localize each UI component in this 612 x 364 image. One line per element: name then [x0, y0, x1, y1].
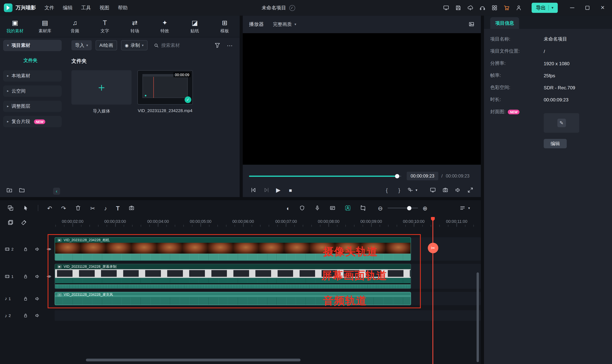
lock-icon[interactable]: [23, 274, 28, 279]
tab-stock-media[interactable]: ▤素材库: [30, 19, 60, 34]
zoom-slider[interactable]: [387, 208, 418, 208]
clip-thumbnail[interactable]: 00:00:09 ✓: [137, 70, 193, 105]
sidebar-item-local-media[interactable]: ▸本地素材: [3, 70, 62, 81]
zoom-knob[interactable]: [407, 206, 411, 210]
sidebar-item-folder[interactable]: 文件夹: [3, 55, 62, 66]
track-manager-icon[interactable]: [459, 205, 466, 211]
chevron-down-icon[interactable]: ▾: [468, 206, 470, 210]
mute-speaker-icon[interactable]: [35, 313, 40, 318]
crop-ratio-icon[interactable]: [407, 184, 414, 196]
sidebar-item-adjustment-layer[interactable]: ▸调整图层: [3, 101, 62, 112]
cloud-upload-icon[interactable]: [467, 5, 473, 11]
tab-audio[interactable]: ♫音频: [60, 19, 90, 34]
lock-icon[interactable]: [23, 246, 28, 251]
mark-out-button[interactable]: }: [397, 184, 402, 196]
playhead-line[interactable]: [432, 217, 433, 364]
plugins-grid-icon[interactable]: [492, 5, 498, 11]
search-input[interactable]: [161, 42, 204, 48]
snapshot-camera-icon[interactable]: [442, 184, 449, 196]
lock-icon[interactable]: [23, 313, 28, 318]
progress-knob[interactable]: [395, 174, 399, 178]
vertical-scrollbar[interactable]: [477, 272, 479, 362]
mark-in-button[interactable]: {: [384, 184, 390, 196]
zoom-out-icon[interactable]: ⊖: [378, 205, 383, 211]
edit-cover-pencil-icon[interactable]: ✎: [557, 118, 566, 127]
tab-my-media[interactable]: ▣我的素材: [0, 19, 30, 34]
tab-transitions[interactable]: ⇄转场: [120, 19, 150, 34]
snapshot-image-icon[interactable]: [468, 21, 475, 27]
skip-to-start-button[interactable]: [250, 184, 257, 196]
filter-icon[interactable]: [214, 42, 221, 48]
mute-speaker-icon[interactable]: [35, 296, 40, 301]
record-button[interactable]: ◉录制▾: [121, 40, 147, 50]
lock-icon[interactable]: [23, 296, 28, 301]
new-folder-icon[interactable]: [6, 187, 13, 193]
sidebar-item-project-media[interactable]: ▾项目素材: [3, 40, 62, 51]
hide-eye-icon[interactable]: [47, 274, 52, 279]
horizontal-scrollbar[interactable]: [86, 359, 300, 361]
text-tool-icon[interactable]: T: [116, 205, 119, 211]
video-preview[interactable]: [243, 33, 481, 165]
collapse-sidebar-button[interactable]: ‹: [53, 188, 60, 195]
import-button[interactable]: 导入▾: [71, 40, 91, 50]
split-scissors-icon[interactable]: ✂: [90, 205, 95, 211]
minimize-button[interactable]: [567, 3, 577, 13]
razor-tool-icon[interactable]: [21, 219, 27, 226]
maximize-button[interactable]: [583, 3, 592, 13]
close-button[interactable]: ×: [598, 3, 607, 13]
tab-stickers[interactable]: ◪贴纸: [180, 19, 210, 34]
tab-project-info[interactable]: 项目信息: [490, 17, 519, 29]
support-headset-icon[interactable]: [479, 5, 485, 11]
tab-text[interactable]: T文字: [90, 19, 120, 34]
cut-scissors-badge[interactable]: ✂: [428, 243, 438, 253]
freeze-frame-icon[interactable]: [129, 205, 135, 211]
import-media-tile[interactable]: ＋ 导入媒体: [71, 70, 131, 114]
edit-cover-button[interactable]: 编辑: [544, 139, 567, 148]
audio-keyframe-icon[interactable]: ♪: [104, 205, 107, 211]
account-icon[interactable]: [516, 5, 522, 11]
menu-file[interactable]: 文件: [45, 4, 54, 11]
zoom-in-icon[interactable]: ⊕: [423, 205, 428, 211]
auto-reframe-icon[interactable]: [360, 205, 366, 211]
stop-button[interactable]: ■: [287, 184, 294, 196]
store-cart-icon[interactable]: [504, 5, 510, 11]
play-button[interactable]: ▶: [275, 184, 282, 196]
render-preview-icon[interactable]: ◐: [286, 205, 290, 211]
menu-help[interactable]: 帮助: [118, 4, 128, 11]
volume-icon[interactable]: [454, 184, 461, 196]
folder-icon[interactable]: [19, 187, 25, 193]
more-options-icon[interactable]: ⋯: [227, 42, 233, 48]
redo-icon[interactable]: ↷: [61, 205, 66, 211]
subtitle-icon[interactable]: [329, 205, 336, 211]
fullscreen-icon[interactable]: [467, 184, 474, 196]
progress-slider[interactable]: [249, 175, 401, 177]
hide-eye-icon[interactable]: [47, 246, 52, 251]
quality-dropdown[interactable]: 完整画质▾: [273, 21, 296, 28]
ai-paint-button[interactable]: AI绘画: [95, 40, 117, 50]
export-button[interactable]: 导出▾: [532, 3, 558, 13]
duplicate-track-icon[interactable]: [7, 219, 14, 226]
mask-icon[interactable]: [299, 205, 305, 211]
step-forward-button[interactable]: [263, 184, 270, 196]
app-logo-icon[interactable]: [4, 3, 13, 12]
select-tool-icon[interactable]: [23, 205, 29, 211]
tab-effects[interactable]: ✦特效: [150, 19, 180, 34]
menu-tools[interactable]: 工具: [81, 4, 91, 11]
undo-icon[interactable]: ↶: [47, 205, 52, 211]
delete-icon[interactable]: [75, 205, 81, 211]
chroma-key-icon[interactable]: [345, 205, 351, 211]
tab-templates[interactable]: ⊞模板: [210, 19, 240, 34]
preview-quality-icon[interactable]: [443, 5, 449, 11]
save-icon[interactable]: [455, 5, 461, 11]
mute-speaker-icon[interactable]: [35, 274, 40, 279]
menu-edit[interactable]: 编辑: [63, 4, 73, 11]
mirror-screen-icon[interactable]: [429, 184, 436, 196]
mute-speaker-icon[interactable]: [35, 246, 40, 251]
media-browser-icon[interactable]: [7, 205, 14, 211]
crop-chevron-icon[interactable]: ▾: [415, 184, 418, 196]
media-clip-tile[interactable]: 00:00:09 ✓ VID_20231128_234228.mp4: [137, 70, 193, 114]
cover-thumbnail[interactable]: ✎: [544, 113, 579, 133]
sidebar-item-compound-clip[interactable]: ▸复合片段NEW: [3, 116, 62, 127]
menu-view[interactable]: 视图: [100, 4, 109, 11]
voiceover-mic-icon[interactable]: [314, 205, 320, 211]
